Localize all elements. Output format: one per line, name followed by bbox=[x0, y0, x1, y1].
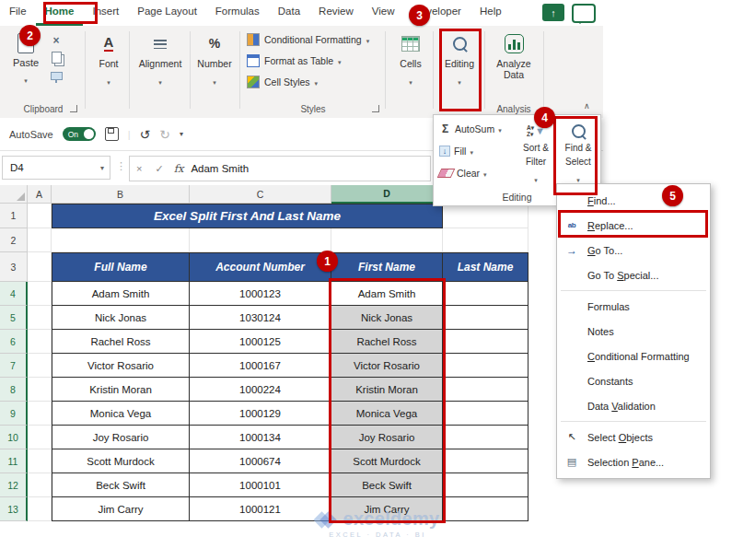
row-header-5[interactable]: 5 bbox=[0, 306, 28, 330]
conditional-formatting-button[interactable]: Conditional Formatting bbox=[247, 30, 369, 49]
menu-item-notes[interactable]: Notes bbox=[557, 319, 710, 344]
empty-cell[interactable] bbox=[52, 228, 190, 252]
menu-item-formulas[interactable]: Formulas bbox=[557, 294, 710, 319]
cancel-icon[interactable]: × bbox=[136, 163, 142, 174]
name-box[interactable]: D4 ▾ bbox=[2, 156, 110, 180]
empty-cell[interactable] bbox=[28, 330, 52, 354]
collapse-ribbon-icon[interactable]: ∧ bbox=[584, 101, 590, 111]
menu-item-selection-pane[interactable]: Selection Pane... bbox=[557, 449, 710, 474]
tab-file[interactable]: File bbox=[0, 0, 36, 26]
cell-first-name[interactable]: Monica Vega bbox=[331, 402, 443, 426]
tab-formulas[interactable]: Formulas bbox=[206, 0, 269, 26]
empty-cell[interactable] bbox=[28, 426, 52, 449]
cell-account-number[interactable]: 1000134 bbox=[190, 426, 331, 449]
fill-button[interactable]: Fill bbox=[439, 141, 513, 161]
cell-account-number[interactable]: 1000674 bbox=[190, 449, 331, 473]
column-header-a[interactable]: A bbox=[28, 185, 52, 204]
cell-first-name[interactable]: Nick Jonas bbox=[331, 306, 443, 330]
empty-cell[interactable] bbox=[28, 282, 52, 306]
cell-full-name[interactable]: Beck Swift bbox=[52, 473, 190, 497]
cell-last-name-empty[interactable] bbox=[443, 402, 528, 426]
menu-item-go-to-special[interactable]: Go To Special... bbox=[557, 262, 710, 287]
alignment-button[interactable]: Alignment bbox=[133, 31, 188, 88]
undo-icon[interactable]: ↺ bbox=[140, 127, 151, 142]
cut-icon[interactable] bbox=[50, 33, 63, 45]
copy-icon[interactable] bbox=[50, 52, 63, 64]
menu-item-constants[interactable]: Constants bbox=[557, 368, 710, 393]
cell-last-name-empty[interactable] bbox=[443, 449, 528, 473]
empty-cell[interactable] bbox=[190, 228, 331, 252]
row-header-1[interactable]: 1 bbox=[0, 204, 28, 228]
empty-cell[interactable] bbox=[28, 449, 52, 473]
number-button[interactable]: % Number bbox=[193, 31, 236, 88]
cell-first-name[interactable]: Joy Rosario bbox=[331, 426, 443, 449]
cell-last-name-empty[interactable] bbox=[443, 378, 528, 402]
insert-function-icon[interactable]: fx bbox=[174, 162, 184, 175]
tab-review[interactable]: Review bbox=[309, 0, 363, 26]
cell-full-name[interactable]: Rachel Ross bbox=[52, 330, 190, 354]
empty-cell[interactable] bbox=[28, 497, 52, 521]
cell-last-name-empty[interactable] bbox=[443, 330, 528, 354]
row-header-9[interactable]: 9 bbox=[0, 402, 28, 426]
save-icon[interactable] bbox=[105, 127, 119, 141]
cell-account-number[interactable]: 1000101 bbox=[190, 473, 331, 497]
empty-cell[interactable] bbox=[331, 228, 443, 252]
clear-button[interactable]: Clear bbox=[439, 163, 513, 183]
menu-item-find[interactable]: Find... bbox=[557, 188, 710, 213]
cell-first-name[interactable]: Victor Rosario bbox=[331, 354, 443, 378]
cells-button[interactable]: Cells bbox=[390, 31, 431, 88]
cell-full-name[interactable]: Adam Smith bbox=[52, 282, 190, 306]
share-icon[interactable] bbox=[542, 4, 564, 21]
cell-full-name[interactable]: Kristin Moran bbox=[52, 378, 190, 402]
format-as-table-button[interactable]: Format as Table bbox=[247, 52, 342, 70]
cell-account-number[interactable]: 1000123 bbox=[190, 282, 331, 306]
find-select-button[interactable]: Find & Select bbox=[559, 118, 598, 186]
cell-full-name[interactable]: Scott Murdock bbox=[52, 449, 190, 473]
row-header-4[interactable]: 4 bbox=[0, 282, 28, 306]
tab-help[interactable]: Help bbox=[470, 0, 511, 26]
cell-full-name[interactable]: Jim Carry bbox=[52, 497, 190, 521]
font-button[interactable]: A Font bbox=[88, 31, 129, 88]
row-header-7[interactable]: 7 bbox=[0, 354, 28, 378]
row-header-3[interactable]: 3 bbox=[0, 252, 28, 282]
tab-data[interactable]: Data bbox=[269, 0, 309, 26]
editing-button[interactable]: Editing bbox=[438, 31, 481, 88]
cell-first-name[interactable]: Beck Swift bbox=[331, 473, 443, 497]
row-header-10[interactable]: 10 bbox=[0, 426, 28, 449]
row-header-12[interactable]: 12 bbox=[0, 473, 28, 497]
cell-account-number[interactable]: 1000167 bbox=[190, 354, 331, 378]
empty-cell[interactable] bbox=[28, 378, 52, 402]
empty-cell[interactable] bbox=[28, 204, 52, 228]
column-header-d[interactable]: D bbox=[331, 185, 443, 204]
formula-bar[interactable]: × ✓ fx Adam Smith bbox=[129, 156, 431, 181]
autosum-button[interactable]: Σ AutoSum bbox=[439, 119, 513, 139]
autosave-toggle[interactable]: On bbox=[63, 127, 96, 141]
menu-item-replace[interactable]: Replace... bbox=[557, 213, 710, 238]
row-header-13[interactable]: 13 bbox=[0, 497, 28, 521]
empty-cell[interactable] bbox=[28, 473, 52, 497]
cell-last-name-empty[interactable] bbox=[443, 426, 528, 449]
cell-full-name[interactable]: Victor Rosario bbox=[52, 354, 190, 378]
tab-view[interactable]: View bbox=[363, 0, 404, 26]
cell-last-name-empty[interactable] bbox=[443, 354, 528, 378]
empty-cell[interactable] bbox=[28, 252, 52, 282]
cell-account-number[interactable]: 1000129 bbox=[190, 402, 331, 426]
menu-item-conditional-formatting[interactable]: Conditional Formatting bbox=[557, 344, 710, 368]
tab-insert[interactable]: Insert bbox=[83, 0, 128, 26]
menu-item-data-validation[interactable]: Data Validation bbox=[557, 393, 710, 418]
column-header-b[interactable]: B bbox=[52, 185, 190, 204]
column-header-c[interactable]: C bbox=[190, 185, 331, 204]
cell-full-name[interactable]: Joy Rosario bbox=[52, 426, 190, 449]
menu-item-select-objects[interactable]: Select Objects bbox=[557, 425, 710, 449]
cell-last-name-empty[interactable] bbox=[443, 282, 528, 306]
comments-icon[interactable] bbox=[572, 4, 596, 23]
row-header-11[interactable]: 11 bbox=[0, 449, 28, 473]
cell-account-number[interactable]: 1000125 bbox=[190, 330, 331, 354]
analyze-data-button[interactable]: Analyze Data bbox=[488, 31, 540, 80]
enter-icon[interactable]: ✓ bbox=[155, 163, 163, 175]
cell-last-name-empty[interactable] bbox=[443, 306, 528, 330]
cell-first-name[interactable]: Rachel Ross bbox=[331, 330, 443, 354]
cell-first-name[interactable]: Scott Murdock bbox=[331, 449, 443, 473]
select-all-corner[interactable] bbox=[0, 185, 28, 204]
row-header-8[interactable]: 8 bbox=[0, 378, 28, 402]
